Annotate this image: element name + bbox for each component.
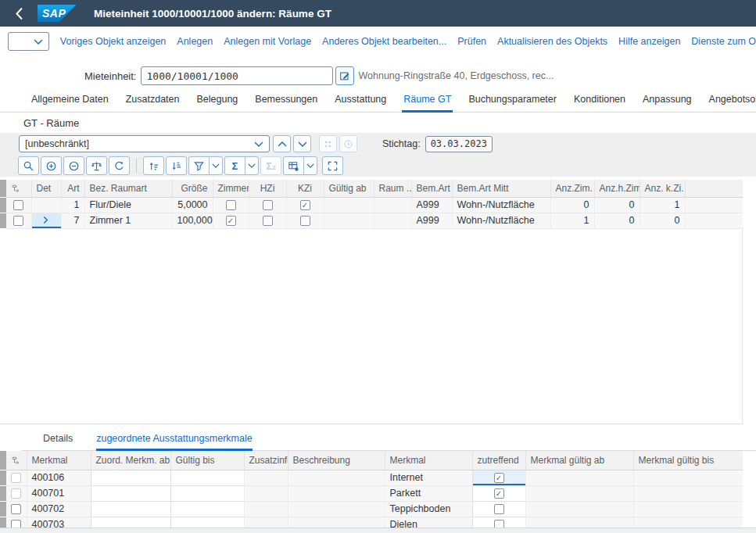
zimmer-checkbox[interactable] [226, 200, 236, 210]
menu-link-aktualisieren[interactable]: Aktualisieren des Objekts [497, 36, 607, 47]
col-header-zuord-merkm-ab[interactable]: Zuord. Merkm. ab [91, 451, 170, 470]
tab-belegung[interactable]: Belegung [195, 94, 239, 113]
col-header-raum[interactable]: Raum ... [374, 180, 411, 197]
interval-dropdown[interactable]: [unbeschränkt] [19, 135, 270, 152]
col-header-beschreibung[interactable]: Beschreibung [288, 451, 385, 470]
zuord-merkm-ab-input[interactable] [91, 485, 170, 501]
refresh-icon[interactable] [109, 156, 130, 175]
gueltig-bis-input[interactable] [170, 501, 244, 517]
hierarchy-icon[interactable] [6, 180, 31, 197]
row-select-checkbox[interactable] [11, 473, 21, 483]
menu-link-anlegen-mit-vorlage[interactable]: Anlegen mit Vorlage [224, 36, 311, 47]
zutreffend-checkbox[interactable] [494, 473, 504, 483]
mieteinheit-label: Mieteinheit: [84, 70, 136, 82]
tab-angebotsobjekte[interactable]: Angebotsobjekte [708, 94, 756, 113]
col-header-groesse[interactable]: Größe [172, 180, 213, 197]
row-marker[interactable] [0, 197, 6, 213]
menu-link-anderes-objekt[interactable]: Anderes Objekt bearbeiten... [322, 36, 446, 47]
expand-icon[interactable] [41, 156, 62, 175]
col-header-gueltig-ab[interactable]: Gültig ab [324, 180, 374, 197]
tab-konditionen[interactable]: Konditionen [572, 94, 627, 113]
sum-icon[interactable]: Σ [224, 156, 245, 175]
filter-menu-chevron-icon[interactable] [209, 156, 223, 175]
row-marker[interactable] [0, 485, 6, 501]
gueltig-bis-input[interactable] [170, 485, 244, 501]
zuord-merkm-ab-input[interactable] [91, 501, 170, 517]
filter-icon[interactable] [188, 156, 210, 175]
col-header-kzi[interactable]: KZi [286, 180, 324, 197]
col-header-art[interactable]: Art [61, 180, 84, 197]
gueltig-bis-input[interactable] [170, 470, 244, 485]
tab-zusatzdaten[interactable]: Zusatzdaten [124, 94, 181, 113]
maximize-icon[interactable] [322, 156, 343, 175]
mieteinheit-input[interactable] [141, 66, 333, 85]
col-header-anz-h-zim[interactable]: Anz.h.Zim. [594, 180, 640, 197]
tab-zugeordnete-ausstattungsmerkmale[interactable]: zugeordnete Ausstattungsmerkmale [96, 433, 252, 451]
hzi-checkbox[interactable] [263, 216, 273, 226]
kzi-checkbox[interactable] [300, 216, 310, 226]
list-item: 400701 Parkett [0, 485, 743, 501]
tab-buchungsparameter[interactable]: Buchungsparameter [467, 94, 558, 113]
horizontal-scrollbar[interactable] [0, 528, 756, 533]
menu-link-voriges-objekt[interactable]: Voriges Objekt anzeigen [60, 36, 167, 47]
zuord-merkm-ab-input[interactable] [91, 470, 170, 485]
edit-icon[interactable] [335, 66, 354, 85]
tab-bemessungen[interactable]: Bemessungen [253, 94, 319, 113]
col-header-merkmal-text[interactable]: Merkmal [385, 451, 472, 470]
menu-link-dienste[interactable]: Dienste zum O [691, 36, 756, 47]
zutreffend-checkbox[interactable] [494, 488, 504, 499]
col-header-hzi[interactable]: HZi [249, 180, 286, 197]
tab-anpassung[interactable]: Anpassung [641, 94, 693, 113]
tab-allgemeine-daten[interactable]: Allgemeine Daten [30, 94, 110, 113]
tab-raeume-gt[interactable]: Räume GT [402, 94, 453, 113]
tab-ausstattung[interactable]: Ausstattung [333, 94, 388, 113]
balance-icon[interactable] [86, 156, 107, 175]
kzi-checkbox[interactable] [300, 200, 310, 210]
col-header-gueltig-bis[interactable]: Gültig bis [170, 451, 244, 470]
col-header-bez-raumart[interactable]: Bez. Raumart [84, 180, 172, 197]
merkmale-grid: Merkmal Zuord. Merkm. ab Gültig bis Zusa… [0, 451, 743, 533]
col-header-zimmer[interactable]: Zimmer [213, 180, 249, 197]
row-marker[interactable] [0, 213, 6, 228]
previous-interval-button[interactable] [273, 135, 291, 152]
menu-link-hilfe[interactable]: Hilfe anzeigen [618, 36, 680, 47]
table-settings-chevron-icon[interactable] [303, 156, 317, 175]
search-icon[interactable] [18, 156, 39, 175]
col-header-anz-zim[interactable]: Anz.Zim. [550, 180, 594, 197]
sort-descending-icon[interactable] [166, 156, 187, 175]
zutreffend-checkbox[interactable] [494, 504, 504, 514]
collapse-icon[interactable] [63, 156, 84, 175]
menu-links: Voriges Objekt anzeigen Anlegen Anlegen … [60, 36, 756, 47]
col-header-merkmal[interactable]: Merkmal [27, 451, 91, 470]
stichtag-input[interactable] [425, 136, 493, 152]
col-header-merkmal-gueltig-bis[interactable]: Merkmal gültig bis [633, 451, 743, 470]
row-select-checkbox[interactable] [13, 216, 23, 226]
hierarchy-icon[interactable] [6, 451, 27, 470]
sort-ascending-icon[interactable] [143, 156, 164, 175]
col-header-merkmal-gueltig-ab[interactable]: Merkmal gültig ab [525, 451, 633, 470]
back-icon[interactable] [11, 5, 27, 21]
tab-details[interactable]: Details [43, 433, 73, 451]
page-title: Mieteinheit 1000/10001/1000 ändern: Räum… [94, 8, 331, 20]
row-select-checkbox[interactable] [13, 200, 23, 210]
col-header-det[interactable]: Det [31, 180, 61, 197]
sum-menu-chevron-icon[interactable] [245, 156, 259, 175]
row-marker[interactable] [0, 501, 6, 517]
row-select-checkbox[interactable] [11, 488, 21, 499]
col-header-anz-k-zi[interactable]: Anz. k.Zi. [640, 180, 685, 197]
col-header-bem-art[interactable]: Bem.Art [411, 180, 452, 197]
merkmal-cell: 400106 [27, 470, 91, 485]
table-settings-icon[interactable] [283, 156, 304, 175]
hzi-checkbox[interactable] [263, 200, 273, 210]
menu-link-anlegen[interactable]: Anlegen [177, 36, 213, 47]
menu-link-pruefen[interactable]: Prüfen [457, 36, 486, 47]
detail-chevron-button[interactable] [36, 214, 56, 227]
zimmer-checkbox[interactable] [226, 216, 236, 226]
col-header-zusatzinfo[interactable]: Zusatzinfo [244, 451, 288, 470]
col-header-zutreffend[interactable]: zutreffend [472, 451, 525, 470]
ok-code-combobox[interactable] [8, 32, 49, 51]
row-marker[interactable] [0, 470, 6, 485]
next-interval-button[interactable] [293, 135, 311, 152]
col-header-bem-art-mitt[interactable]: Bem.Art Mitt [452, 180, 550, 197]
row-select-checkbox[interactable] [11, 504, 21, 514]
